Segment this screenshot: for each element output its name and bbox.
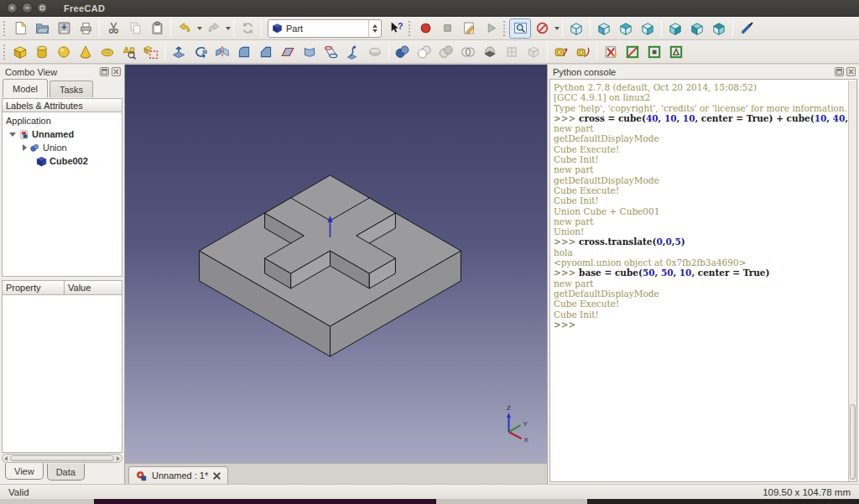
macro-stop-button[interactable] (436, 18, 458, 39)
python-console-output[interactable]: Python 2.7.8 (default, Oct 20 2014, 15:0… (549, 79, 857, 482)
window-minimize-button[interactable] (22, 3, 33, 13)
3d-model[interactable] (200, 175, 461, 356)
tree-root-application[interactable]: Application (3, 114, 122, 127)
box-button[interactable] (9, 42, 31, 62)
workbench-selector[interactable]: Part (268, 19, 382, 38)
toolbar-grip[interactable] (3, 21, 8, 36)
compound-button[interactable] (523, 42, 544, 62)
property-horizontal-scrollbar[interactable] (2, 454, 122, 463)
window-maximize-button[interactable] (37, 3, 48, 13)
tab-close-icon[interactable] (213, 472, 221, 480)
refresh-button[interactable] (237, 18, 258, 39)
macro-play-button[interactable] (480, 18, 502, 39)
tree-item-cube002[interactable]: Cube002 (3, 154, 122, 168)
combo-view-float-button[interactable] (100, 67, 109, 76)
ruled-surface-button[interactable] (299, 42, 320, 62)
draw-style-dropdown-caret[interactable] (554, 27, 560, 30)
property-table-body[interactable] (2, 295, 122, 453)
combo-view-close-button[interactable] (112, 67, 121, 76)
copy-button[interactable] (124, 18, 146, 39)
collapse-arrow-icon[interactable] (23, 144, 27, 151)
boolean-button[interactable] (392, 42, 414, 62)
scrollbar-thumb[interactable] (10, 455, 114, 461)
redo-dropdown-caret[interactable] (226, 27, 231, 30)
value-column-header[interactable]: Value (64, 280, 122, 295)
torus-button[interactable] (96, 42, 118, 62)
tab-view[interactable]: View (5, 463, 44, 480)
scroll-right-icon[interactable] (117, 456, 120, 461)
chamfer-button[interactable] (255, 42, 277, 62)
cut-boolean-button[interactable] (414, 42, 435, 62)
shape-builder-button[interactable] (140, 42, 162, 62)
view-right-button[interactable] (637, 18, 659, 39)
new-file-button[interactable] (9, 18, 31, 39)
tab-tasks[interactable]: Tasks (49, 81, 93, 97)
view-bottom-button[interactable] (686, 18, 708, 39)
zoom-fit-all-button[interactable] (509, 18, 531, 39)
revolve-button[interactable] (190, 42, 211, 62)
fillet-button[interactable] (233, 42, 255, 62)
tree-item-unnamed[interactable]: Unnamed (3, 127, 122, 141)
open-file-button[interactable] (31, 18, 53, 39)
create-primitives-button[interactable] (118, 42, 140, 62)
macro-edit-button[interactable] (458, 18, 480, 39)
cut-button[interactable] (102, 18, 124, 39)
workbench-selector-spinner[interactable] (368, 20, 381, 37)
python-console-close-button[interactable] (846, 67, 856, 76)
measure-distance-button[interactable] (736, 18, 757, 39)
paste-button[interactable] (146, 18, 168, 39)
cross-sections-button[interactable] (501, 42, 523, 62)
intersection-button[interactable] (457, 42, 479, 62)
view-axonometric-button[interactable] (565, 18, 587, 39)
property-column-header[interactable]: Property (2, 280, 64, 295)
toggle-all-measurements-button[interactable] (622, 42, 643, 62)
labels-attributes-header[interactable]: Labels & Attributes (2, 98, 122, 112)
sweep-button[interactable] (342, 42, 364, 62)
scroll-left-icon[interactable] (4, 456, 8, 461)
offset-button[interactable] (364, 42, 386, 62)
tab-model[interactable]: Model (3, 79, 48, 97)
extrude-button[interactable] (168, 42, 190, 62)
whats-this-button[interactable]: ? (385, 18, 407, 39)
undo-button[interactable] (174, 18, 195, 39)
float-icon (836, 69, 842, 75)
measure-linear-button[interactable] (550, 42, 572, 62)
toggle-delta-icon (669, 44, 684, 60)
view-rear-button[interactable] (664, 18, 686, 39)
mirror-button[interactable] (211, 42, 233, 62)
print-button[interactable] (75, 18, 96, 39)
measure-angular-button[interactable] (572, 42, 594, 62)
clear-measurement-button[interactable] (600, 42, 622, 62)
toolbar-grip[interactable] (409, 21, 413, 36)
expand-arrow-icon[interactable] (9, 132, 16, 137)
toolbar-grip[interactable] (3, 44, 8, 60)
cylinder-button[interactable] (31, 42, 53, 62)
sweep-icon (346, 44, 361, 60)
tree-item-union[interactable]: Union (3, 141, 122, 154)
cone-button[interactable] (75, 42, 96, 62)
draw-style-button[interactable] (531, 18, 553, 39)
union-button[interactable] (435, 42, 457, 62)
sphere-button[interactable] (53, 42, 75, 62)
toolbar-grip[interactable] (503, 21, 508, 36)
toggle-3d-measurement-button[interactable] (643, 42, 665, 62)
view-left-button[interactable] (708, 18, 730, 39)
view-front-button[interactable] (593, 18, 615, 39)
window-close-button[interactable] (7, 3, 18, 13)
view-top-button[interactable] (615, 18, 637, 39)
save-file-button[interactable] (53, 18, 75, 39)
3d-viewport[interactable]: Z Y X (125, 65, 547, 463)
redo-button[interactable] (202, 18, 224, 39)
console-scrollbar[interactable] (848, 81, 856, 481)
loft-icon (324, 44, 339, 60)
macro-record-button[interactable] (414, 18, 436, 39)
section-button[interactable] (479, 42, 501, 62)
make-face-button[interactable] (277, 42, 299, 62)
model-tree[interactable]: Application Unnamed Union Cube002 (2, 112, 122, 277)
console-scrollbar-thumb[interactable] (850, 404, 856, 480)
tab-data[interactable]: Data (47, 464, 85, 481)
python-console-float-button[interactable] (835, 67, 844, 76)
document-tab[interactable]: Unnamed : 1* (128, 466, 228, 484)
loft-button[interactable] (320, 42, 342, 62)
toggle-delta-measurement-button[interactable] (665, 42, 687, 62)
